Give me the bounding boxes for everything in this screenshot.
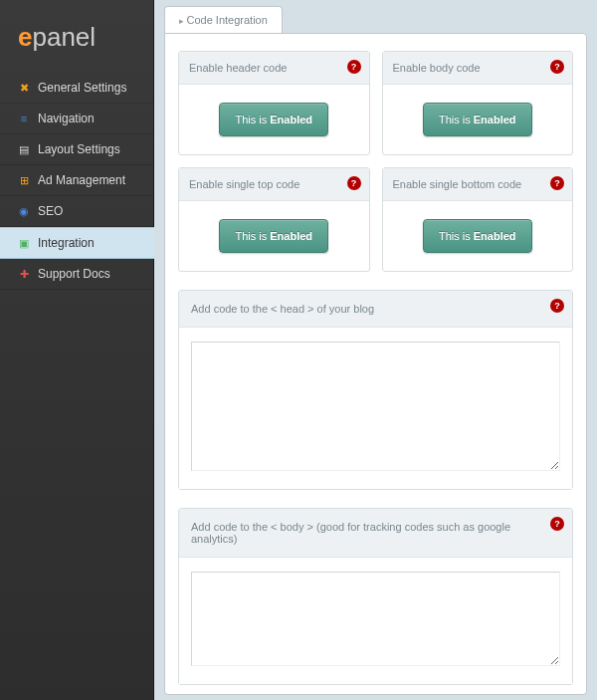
card-title: Enable header code [189,62,287,74]
toggle-header-code-button[interactable]: This is Enabled [219,103,328,136]
section-head-code: Add code to the < head > of your blog ? [178,290,573,490]
body-code-textarea[interactable] [191,572,560,666]
section-title: Add code to the < head > of your blog [191,303,374,315]
logo-rest: panel [32,22,96,52]
card-header: Enable single bottom code ? [383,168,573,201]
card-enable-header-code: Enable header code ? This is Enabled [178,51,370,155]
help-icon[interactable]: ? [550,176,564,190]
section-body-code: Add code to the < body > (good for track… [178,508,573,685]
tools-icon: ✖ [18,82,30,94]
sidebar-item-integration[interactable]: ▣ Integration [0,227,159,259]
tab-code-integration[interactable]: Code Integration [164,6,283,33]
list-icon: ≡ [18,113,30,124]
toggle-single-bottom-button[interactable]: This is Enabled [423,219,532,253]
logo-prefix: e [18,22,32,52]
card-title: Enable single bottom code [393,178,522,190]
sidebar-item-label: Integration [38,236,95,250]
sidebar-item-label: Layout Settings [38,142,120,156]
search-icon: ◉ [18,205,30,217]
sidebar-item-label: Ad Management [38,173,125,187]
sidebar-nav: ✖ General Settings ≡ Navigation ▤ Layout… [0,73,153,290]
sidebar-item-label: General Settings [38,81,126,95]
section-title: Add code to the < body > (good for track… [191,521,510,545]
card-enable-body-code: Enable body code ? This is Enabled [382,51,574,155]
toggle-single-top-button[interactable]: This is Enabled [219,219,328,253]
sidebar-item-layout-settings[interactable]: ▤ Layout Settings [0,134,153,165]
sidebar-item-label: Support Docs [38,267,110,281]
main-panel: Code Integration Enable header code ? Th… [154,0,597,700]
toggle-body-code-button[interactable]: This is Enabled [423,103,532,136]
card-title: Enable body code [393,62,481,74]
tab-label: Code Integration [187,14,268,26]
card-enable-single-bottom-code: Enable single bottom code ? This is Enab… [382,167,574,272]
sidebar-item-label: SEO [38,204,63,218]
sidebar-item-general-settings[interactable]: ✖ General Settings [0,73,153,104]
sidebar: epanel ✖ General Settings ≡ Navigation ▤… [0,0,154,700]
integration-icon: ▣ [18,237,30,249]
help-icon[interactable]: ? [347,60,361,74]
tab-bar: Code Integration [164,6,587,33]
help-icon[interactable]: ? [347,176,361,190]
content: Enable header code ? This is Enabled Ena… [164,33,587,695]
section-header: Add code to the < head > of your blog ? [179,291,572,328]
section-header: Add code to the < body > (good for track… [179,509,572,558]
grid-icon: ⊞ [18,174,30,186]
head-code-textarea[interactable] [191,342,560,471]
sidebar-item-seo[interactable]: ◉ SEO [0,196,153,227]
sidebar-item-navigation[interactable]: ≡ Navigation [0,104,153,134]
support-icon: ✚ [18,268,30,280]
sidebar-item-ad-management[interactable]: ⊞ Ad Management [0,165,153,196]
help-icon[interactable]: ? [550,299,564,313]
sidebar-item-label: Navigation [38,112,95,125]
layout-icon: ▤ [18,143,30,155]
help-icon[interactable]: ? [550,517,564,531]
card-title: Enable single top code [189,178,299,190]
card-header: Enable single top code ? [179,168,369,201]
card-header: Enable header code ? [179,52,369,85]
sidebar-item-support-docs[interactable]: ✚ Support Docs [0,259,153,290]
logo: epanel [0,0,153,73]
card-header: Enable body code ? [383,52,573,85]
help-icon[interactable]: ? [550,60,564,74]
card-enable-single-top-code: Enable single top code ? This is Enabled [178,167,370,272]
